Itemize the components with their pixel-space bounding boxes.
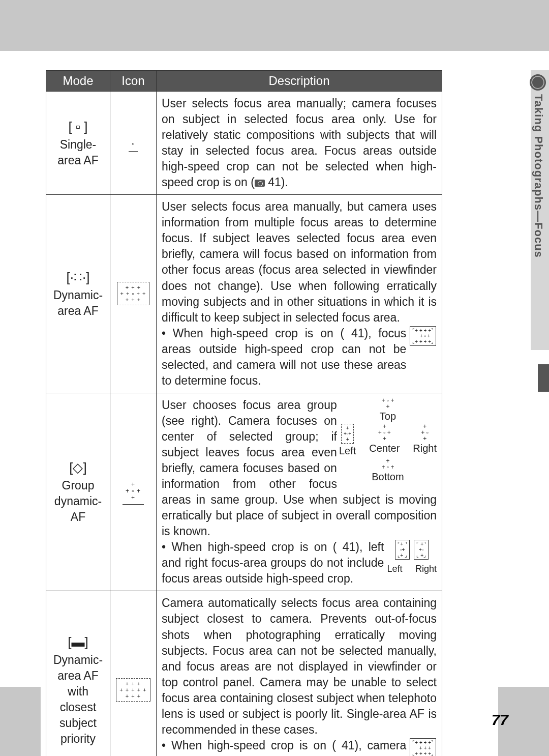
mode-label: Dynamic-area AF — [53, 288, 103, 317]
desc-cell: + ▫ ++Top ++▫++Left ++ ▫ ++Center ++ ▫+R… — [157, 393, 442, 591]
col-header-mode: Mode — [46, 71, 110, 92]
af-mode-table: Mode Icon Description [ ▫ ] Single-area … — [46, 70, 442, 756]
desc-text: User selects focus area manually, but ca… — [162, 199, 437, 325]
closest-subject-af-icon: + + + + + + + + + + + — [116, 678, 150, 702]
single-area-af-glyph: [ ▫ ] — [51, 118, 105, 136]
page-content: Mode Icon Description [ ▫ ] Single-area … — [41, 70, 498, 756]
icon-cell: ▫ — [110, 92, 157, 195]
bullet-text: • When high-speed crop is on ( 41), left… — [162, 539, 384, 587]
icon-cell: + + + + + ▫ + + + + + — [110, 195, 157, 393]
icon-cell: + + ▫ + + — [110, 393, 157, 591]
camera-icon — [255, 180, 265, 187]
mode-label: Single-area AF — [57, 138, 99, 167]
desc-cell: Camera automatically selects focus area … — [157, 591, 442, 756]
dynamic-area-af-icon: + + + + + ▫ + + + + + — [117, 282, 150, 305]
desc-ref: 41). — [265, 176, 288, 189]
bullet-text: • When high-speed crop is on ( 41), came… — [162, 738, 406, 756]
table-row: [ ▫ ] Single-area AF ▫ User selects focu… — [46, 92, 442, 195]
mode-label: Dynamic-area AF with closest subject pri… — [53, 653, 103, 745]
closest-subject-af-glyph: [▬] — [51, 633, 105, 651]
icon-cell: + + + + + + + + + + + — [110, 591, 157, 756]
desc-cell: User selects focus area manually; camera… — [157, 92, 442, 195]
single-area-af-icon: ▫ — [129, 138, 138, 151]
table-row: [∙∷∙] Dynamic-area AF + + + + + ▫ + + + … — [46, 195, 442, 393]
page-number: 77 — [492, 711, 508, 729]
col-header-description: Description — [157, 71, 442, 92]
mode-cell-single-area: [ ▫ ] Single-area AF — [46, 92, 110, 195]
col-header-icon: Icon — [110, 71, 157, 92]
table-row: [▬] Dynamic-area AF with closest subject… — [46, 591, 442, 756]
desc-text: Camera automatically selects focus area … — [162, 595, 437, 737]
group-dynamic-af-glyph: [◇] — [51, 459, 105, 477]
mode-cell-group-dynamic: [◇] Group dynamic-AF — [46, 393, 110, 591]
table-row: [◇] Group dynamic-AF + + ▫ + + + ▫ ++Top… — [46, 393, 442, 591]
group-dynamic-af-icon: + + ▫ + + — [123, 479, 144, 505]
camera-dial-icon — [530, 74, 546, 91]
side-section-label: Taking Photographs—Focus — [532, 94, 545, 258]
bullet-text: • When high-speed crop is on ( 41), focu… — [162, 326, 406, 389]
thumb-index-tab — [538, 364, 549, 392]
focus-area-crop-icon: ⌜+ + + +⌝ + ▫ + ⌞+ + + +⌟ — [410, 326, 436, 346]
left-group-crop-icon: ⌜+ ⌝▫+⌞+ ⌟ — [395, 540, 410, 560]
focus-group-diagram: + ▫ ++Top ++▫++Left ++ ▫ ++Center ++ ▫+R… — [339, 397, 437, 484]
desc-cell: User selects focus area manually, but ca… — [157, 195, 442, 393]
mode-cell-dynamic-area: [∙∷∙] Dynamic-area AF — [46, 195, 110, 393]
dynamic-area-af-glyph: [∙∷∙] — [51, 269, 105, 286]
mode-label: Group dynamic-AF — [54, 479, 102, 524]
focus-area-crop-icon: ⌜+ + + +⌝ + + + ⌞+ + + +⌟ — [410, 738, 436, 756]
right-group-crop-icon: ⌜ +⌝+▫⌞ +⌟ — [414, 540, 429, 560]
mode-cell-closest-subject: [▬] Dynamic-area AF with closest subject… — [46, 591, 110, 756]
desc-text: User selects focus area manually; camera… — [162, 97, 437, 189]
